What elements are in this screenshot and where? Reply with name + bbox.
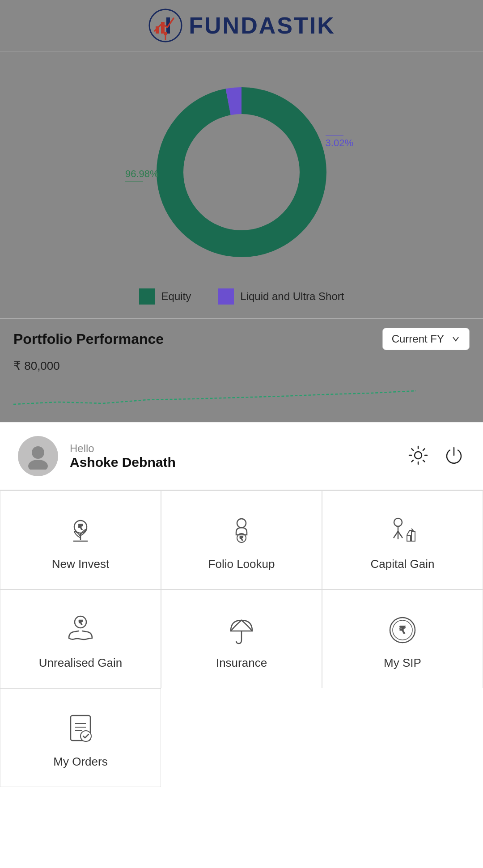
menu-grid: ₹ New Invest ₹ Folio Lookup: [0, 490, 483, 787]
svg-rect-9: [218, 288, 234, 305]
folio-lookup-label: Folio Lookup: [208, 557, 275, 571]
equity-color-icon: [139, 288, 155, 305]
chart-section: 96.98% 3.02% Equity Liquid and Ultra Sho…: [0, 51, 483, 318]
user-section: Hello Ashoke Debnath: [0, 422, 483, 490]
my-sip-icon: ₹: [385, 612, 420, 648]
donut-chart: 96.98% 3.02%: [139, 69, 344, 275]
svg-text:₹: ₹: [399, 624, 406, 635]
gear-icon: [407, 444, 429, 466]
svg-rect-24: [407, 536, 411, 541]
svg-point-5: [164, 32, 167, 35]
menu-item-unrealised-gain[interactable]: ₹ Unrealised Gain: [0, 589, 161, 688]
svg-text:₹: ₹: [240, 535, 243, 542]
power-button[interactable]: [443, 444, 465, 468]
svg-rect-25: [411, 531, 415, 541]
my-orders-label: My Orders: [53, 755, 107, 769]
logo: FUNDASTIK: [148, 8, 335, 43]
unrealised-gain-icon: ₹: [63, 612, 98, 648]
portfolio-section: Portfolio Performance Current FY ₹ 80,00…: [0, 318, 483, 422]
app-header: FUNDASTIK: [0, 0, 483, 51]
donut-svg: [139, 69, 344, 275]
new-invest-icon: ₹: [63, 513, 98, 549]
portfolio-title: Portfolio Performance: [13, 331, 164, 347]
svg-text:₹: ₹: [78, 523, 83, 531]
user-name: Ashoke Debnath: [70, 455, 176, 470]
my-orders-icon: [63, 711, 98, 747]
legend-equity: Equity: [139, 288, 191, 305]
svg-rect-8: [139, 288, 155, 305]
menu-item-capital-gain[interactable]: Capital Gain: [322, 491, 483, 589]
liquid-label: 3.02%: [326, 135, 353, 149]
svg-line-23: [398, 531, 402, 538]
capital-gain-icon: [385, 513, 420, 549]
capital-gain-label: Capital Gain: [370, 557, 434, 571]
insurance-icon: [224, 612, 259, 648]
my-sip-label: My SIP: [384, 656, 421, 670]
legend-liquid: Liquid and Ultra Short: [218, 288, 344, 305]
svg-point-20: [394, 518, 402, 526]
logo-icon: [148, 8, 183, 43]
svg-line-22: [394, 531, 398, 538]
svg-point-10: [32, 446, 44, 459]
logo-text: FUNDASTIK: [189, 12, 335, 39]
settings-button[interactable]: [407, 444, 429, 468]
folio-lookup-icon: ₹: [224, 513, 259, 549]
avatar: [18, 436, 58, 476]
user-actions: [407, 444, 465, 468]
menu-item-my-sip[interactable]: ₹ My SIP: [322, 589, 483, 688]
power-icon: [443, 444, 465, 466]
chevron-down-icon: [451, 334, 460, 343]
svg-point-11: [28, 460, 48, 470]
equity-label: 96.98%: [125, 168, 159, 182]
fy-dropdown[interactable]: Current FY: [382, 328, 470, 350]
chart-legend: Equity Liquid and Ultra Short: [139, 288, 344, 305]
menu-item-insurance[interactable]: Insurance: [161, 589, 322, 688]
user-text: Hello Ashoke Debnath: [70, 442, 176, 470]
y-axis-label: ₹ 80,000: [13, 359, 470, 373]
insurance-label: Insurance: [216, 656, 267, 670]
svg-point-6: [170, 101, 313, 244]
user-info: Hello Ashoke Debnath: [18, 436, 176, 476]
svg-text:₹: ₹: [79, 619, 83, 626]
liquid-color-icon: [218, 288, 234, 305]
unrealised-gain-label: Unrealised Gain: [39, 656, 122, 670]
svg-point-12: [415, 452, 422, 459]
mini-line-chart: [13, 377, 470, 413]
svg-point-36: [80, 731, 91, 741]
menu-item-folio-lookup[interactable]: ₹ Folio Lookup: [161, 491, 322, 589]
menu-item-my-orders[interactable]: My Orders: [0, 688, 161, 787]
greeting-label: Hello: [70, 442, 176, 455]
svg-point-17: [237, 519, 246, 528]
avatar-icon: [25, 443, 51, 470]
new-invest-label: New Invest: [52, 557, 110, 571]
menu-item-new-invest[interactable]: ₹ New Invest: [0, 491, 161, 589]
